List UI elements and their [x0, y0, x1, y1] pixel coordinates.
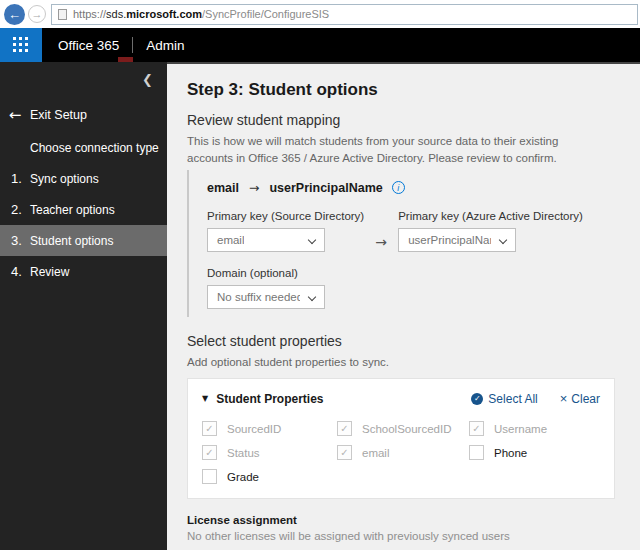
chevron-down-icon [308, 236, 316, 244]
notification-badge [118, 57, 133, 62]
target-key-value: userPrincipalName [408, 234, 491, 246]
url-text: https://sds.microsoft.com/SyncProfile/Co… [73, 8, 329, 20]
mapping-group: email → userPrincipalName i Primary key … [187, 170, 616, 317]
circle-check-icon: ✓ [471, 393, 483, 405]
sidebar-item-label: Review [30, 265, 69, 279]
checkbox-icon: ✓ [202, 421, 217, 436]
clear-button[interactable]: × Clear [560, 391, 600, 406]
target-key-select[interactable]: userPrincipalName [398, 228, 516, 252]
properties-checkbox-grid: ✓ SourcedID ✓ SchoolSourcedID ✓ Username… [202, 421, 600, 484]
page-title: Step 3: Student options [187, 80, 616, 100]
step-number: 1. [0, 171, 30, 186]
checkbox-grade[interactable]: ✓ Grade [202, 469, 337, 484]
triangle-down-icon: ▼ [202, 394, 208, 403]
app-launcher-button[interactable] [0, 28, 42, 62]
select-properties-heading: Select student properties [187, 333, 616, 349]
source-key-field: Primary key (Source Directory) email [207, 210, 364, 252]
checkbox-sourcedid: ✓ SourcedID [202, 421, 337, 436]
checkbox-icon: ✓ [202, 445, 217, 460]
domain-select[interactable]: No suffix needed [207, 285, 325, 309]
chevron-down-icon [308, 293, 316, 301]
checkbox-label: SchoolSourcedID [362, 423, 452, 435]
domain-value: No suffix needed [217, 291, 300, 303]
checkbox-icon: ✓ [469, 421, 484, 436]
student-properties-toggle[interactable]: ▼ Student Properties [202, 392, 324, 406]
mapping-arrow-icon: → [249, 180, 259, 195]
checkbox-icon: ✓ [337, 445, 352, 460]
license-heading: License assignment [187, 514, 616, 526]
checkbox-label: Grade [227, 471, 259, 483]
target-key-field: Primary key (Azure Active Directory) use… [398, 210, 583, 252]
mapping-summary: email → userPrincipalName i [207, 180, 616, 195]
info-icon[interactable]: i [392, 181, 405, 194]
source-key-label: Primary key (Source Directory) [207, 210, 364, 222]
page-icon [58, 9, 67, 20]
checkbox-label: email [362, 447, 389, 459]
checkbox-schoolsourcedid: ✓ SchoolSourcedID [337, 421, 469, 436]
mapping-source-field: email [207, 181, 239, 195]
sidebar-item-student-options[interactable]: 3. Student options [0, 225, 167, 256]
sidebar-item-label: Teacher options [30, 203, 115, 217]
checkbox-label: Username [494, 423, 547, 435]
mapping-arrow-icon: → [364, 234, 398, 252]
header-divider [132, 37, 133, 53]
select-all-button[interactable]: ✓ Select All [471, 392, 537, 406]
back-arrow-icon: ← [0, 106, 30, 124]
sidebar-item-exit-setup[interactable]: ← Exit Setup [0, 98, 167, 132]
license-description: No other licenses will be assigned with … [187, 530, 616, 542]
checkbox-status: ✓ Status [202, 445, 337, 460]
setup-sidebar: ❮ ← Exit Setup Choose connection type 1.… [0, 62, 167, 550]
header-admin-label[interactable]: Admin [146, 38, 184, 53]
sidebar-collapse-icon[interactable]: ❮ [142, 72, 153, 87]
forward-arrow-icon: → [32, 8, 43, 20]
source-key-value: email [217, 234, 244, 246]
browser-forward-button[interactable]: → [28, 5, 46, 23]
student-properties-card: ▼ Student Properties ✓ Select All × Clea… [187, 378, 615, 499]
sidebar-item-label: Sync options [30, 172, 99, 186]
checkbox-icon: ✓ [337, 421, 352, 436]
checkbox-label: Status [227, 447, 260, 459]
step-number: 2. [0, 202, 30, 217]
domain-label: Domain (optional) [207, 267, 616, 279]
sidebar-item-label: Student options [30, 234, 113, 248]
back-arrow-icon: ← [8, 7, 21, 22]
x-icon: × [560, 391, 568, 406]
checkbox-icon: ✓ [469, 445, 484, 460]
select-all-label: Select All [488, 392, 537, 406]
checkbox-email: ✓ email [337, 445, 469, 460]
sidebar-item-sync-options[interactable]: 1. Sync options [0, 163, 167, 194]
header-brand-area: Office 365 Admin [42, 28, 185, 62]
select-properties-description: Add optional student properties to sync. [187, 354, 559, 371]
sidebar-item-review[interactable]: 4. Review [0, 256, 167, 287]
app-header: Office 365 Admin [0, 28, 640, 62]
step-number: 3. [0, 233, 30, 248]
checkbox-label: Phone [494, 447, 527, 459]
target-key-label: Primary key (Azure Active Directory) [398, 210, 583, 222]
browser-back-button[interactable]: ← [4, 4, 25, 25]
brand-office365[interactable]: Office 365 [58, 38, 119, 53]
chevron-down-icon [499, 236, 507, 244]
review-mapping-description: This is how we will match students from … [187, 133, 559, 166]
address-bar[interactable]: https://sds.microsoft.com/SyncProfile/Co… [51, 4, 638, 25]
source-key-select[interactable]: email [207, 228, 325, 252]
checkbox-icon: ✓ [202, 469, 217, 484]
review-mapping-heading: Review student mapping [187, 112, 616, 128]
mapping-target-field: userPrincipalName [269, 181, 382, 195]
domain-field: Domain (optional) No suffix needed [207, 267, 616, 309]
browser-chrome: ← → https://sds.microsoft.com/SyncProfil… [0, 0, 640, 28]
student-properties-label: Student Properties [216, 392, 323, 406]
main-content: Step 3: Student options Review student m… [167, 62, 640, 550]
clear-label: Clear [571, 392, 600, 406]
step-number: 4. [0, 264, 30, 279]
checkbox-label: SourcedID [227, 423, 281, 435]
sidebar-item-teacher-options[interactable]: 2. Teacher options [0, 194, 167, 225]
sidebar-item-choose-connection-type[interactable]: Choose connection type [0, 132, 167, 163]
exit-setup-label: Exit Setup [30, 108, 87, 122]
sidebar-item-label: Choose connection type [30, 141, 159, 155]
waffle-icon [13, 37, 30, 54]
checkbox-phone[interactable]: ✓ Phone [469, 445, 600, 460]
checkbox-username: ✓ Username [469, 421, 600, 436]
